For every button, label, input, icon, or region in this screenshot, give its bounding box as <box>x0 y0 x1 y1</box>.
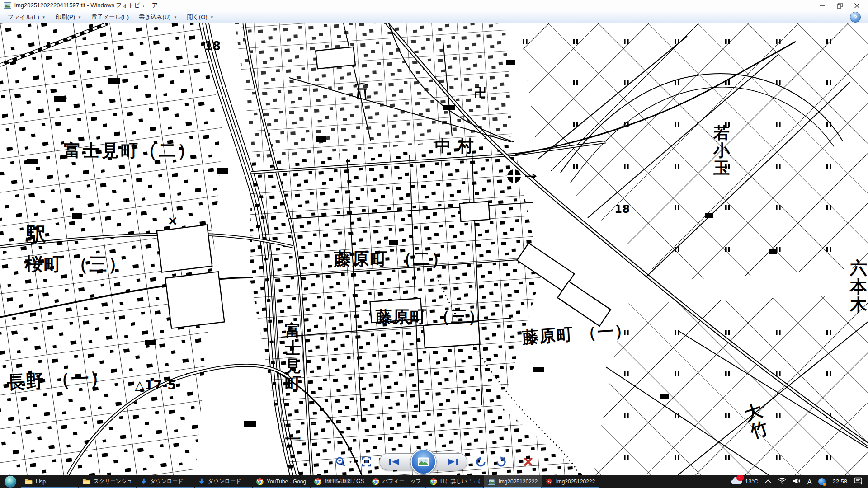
taskbar-item-8[interactable]: ITに詳しい「」にお聞 - ... <box>426 475 484 488</box>
map-label: 中村 <box>435 136 480 155</box>
chrome-icon <box>256 478 264 485</box>
topographic-map-image: 18富士見町（二）中村若小玉18駅桜町 （三）藤原町 （二）藤原町 （三）藤原町… <box>0 23 868 475</box>
delete-button[interactable] <box>522 455 534 468</box>
chevron-down-icon: ▼ <box>42 15 46 19</box>
action-center-icon[interactable] <box>854 477 862 486</box>
menu-item-2[interactable]: 印刷(P)▼ <box>51 11 86 23</box>
chevron-down-icon: ▼ <box>210 15 214 19</box>
taskbar-item-label: YouTube - Google C... <box>267 479 306 485</box>
start-button[interactable] <box>0 475 21 488</box>
taskbar-item-label: Lisp <box>36 479 75 485</box>
map-label: 18 <box>614 203 629 216</box>
map-label: 藤原町 （三） <box>375 307 486 326</box>
taskbar-item-1[interactable]: Lisp <box>21 475 79 488</box>
toolbar-separator <box>514 456 515 467</box>
menu-item-label: 書き込み(U) <box>139 13 171 21</box>
chrome-icon <box>430 478 437 485</box>
map-label: 桜町 （三） <box>24 253 127 274</box>
map-label: 藤原町 （一） <box>521 321 632 347</box>
ime-a-indicator[interactable]: A <box>807 478 811 485</box>
help-icon[interactable]: ? <box>850 12 861 23</box>
taskbar-item-label: ダウンロード <box>208 478 248 485</box>
map-label: 若小玉 <box>713 123 730 177</box>
map-label: 18 <box>204 39 221 53</box>
actual-size-button[interactable] <box>360 455 373 468</box>
chevron-up-icon[interactable] <box>765 478 771 485</box>
taskbar-item-5[interactable]: YouTube - Google C... <box>252 475 310 488</box>
next-button[interactable] <box>446 457 459 466</box>
viewer-toolbar: ▼ <box>334 449 535 474</box>
zoom-dropdown-caret: ▼ <box>349 460 353 464</box>
taskbar-item-4[interactable]: ダウンロード <box>194 475 252 488</box>
taskbar-item-3[interactable]: ダウンロード <box>137 475 194 488</box>
map-label: × <box>167 213 178 228</box>
weather-widget[interactable]: 3 13°C <box>731 477 758 486</box>
taskbar-item-6[interactable]: 地理院地図 / GSI Ma... <box>310 475 368 488</box>
taskbar-item-label: スクリーンショット <box>94 478 132 485</box>
map-label: 駅 <box>25 223 47 246</box>
globe-icon[interactable] <box>818 478 826 485</box>
menu-item-label: 電子メール(E) <box>91 13 129 21</box>
close-icon[interactable] <box>848 0 865 10</box>
taskbar-item-label: ITに詳しい「」にお聞 - ... <box>440 478 480 485</box>
chrome-icon <box>372 478 379 485</box>
chevron-down-icon: ▼ <box>174 15 177 19</box>
taskbar-item-9[interactable]: img20251202220411... <box>484 475 542 488</box>
taskbar-item-2[interactable]: スクリーンショット <box>79 475 137 488</box>
rotate-cw-button[interactable] <box>494 455 508 469</box>
photo-viewer-icon <box>488 479 495 485</box>
menu-item-3[interactable]: 電子メール(E) <box>86 11 134 23</box>
slideshow-button[interactable] <box>410 449 436 474</box>
chevron-down-icon: ▼ <box>78 15 81 19</box>
map-label: △17-5 <box>135 378 176 393</box>
map-label: 藤原町 （二） <box>333 249 449 269</box>
folder-icon <box>83 479 90 485</box>
menu-item-1[interactable]: ファイル(F)▼ <box>3 11 51 23</box>
taskbar-item-7[interactable]: パフィーニップルいい - ... <box>368 475 426 488</box>
menu-bar: ファイル(F)▼印刷(P)▼電子メール(E)書き込み(U)▼開く(O)▼ ? <box>0 11 868 23</box>
irfanview-icon <box>546 478 553 485</box>
map-label: 一 <box>285 430 301 448</box>
map-label: 六本木 <box>849 258 867 315</box>
download-arrow-icon <box>198 478 205 485</box>
taskbar-item-label: img20251202220411... <box>499 479 538 485</box>
taskbar-item-label: パフィーニップルいい - ... <box>382 478 422 485</box>
window-title: img20251202220411597.tif - Windows フォトビュ… <box>14 1 164 9</box>
temperature-label: 13°C <box>745 478 758 485</box>
download-arrow-icon <box>141 478 147 485</box>
menu-item-label: ファイル(F) <box>8 13 39 21</box>
taskbar: LispスクリーンショットダウンロードダウンロードYouTube - Googl… <box>0 475 868 488</box>
slideshow-icon <box>417 457 429 466</box>
menu-item-5[interactable]: 開く(O)▼ <box>182 11 219 23</box>
taskbar-item-label: 地理院地図 / GSI Ma... <box>325 478 364 485</box>
zoom-button[interactable]: ▼ <box>334 455 354 469</box>
rotate-ccw-button[interactable] <box>474 455 487 469</box>
map-label: 卍 <box>474 85 486 99</box>
map-label: 富士見町 <box>284 321 301 393</box>
taskbar-item-label: ダウンロード <box>150 478 190 485</box>
minimize-icon[interactable] <box>814 0 831 10</box>
system-tray: 3 13°C A 22:58 <box>731 475 868 488</box>
chrome-icon <box>314 478 321 485</box>
folder-icon <box>25 479 33 485</box>
map-label: 富士見町（二） <box>64 141 197 160</box>
notification-badge: 3 <box>736 475 744 481</box>
start-orb-icon <box>4 475 17 488</box>
taskbar-item-label: img20251202220411... <box>556 479 595 485</box>
clock[interactable]: 22:58 <box>832 478 847 485</box>
photo-viewer-app-icon <box>4 2 11 9</box>
menu-item-label: 印刷(P) <box>56 13 75 21</box>
title-bar[interactable]: img20251202220411597.tif - Windows フォトビュ… <box>0 0 868 11</box>
menu-item-label: 開く(O) <box>187 13 208 21</box>
restore-icon[interactable] <box>831 0 848 10</box>
volume-icon[interactable] <box>793 478 801 485</box>
navigation-group <box>379 453 467 470</box>
previous-button[interactable] <box>387 457 401 466</box>
photo-canvas[interactable]: 18富士見町（二）中村若小玉18駅桜町 （三）藤原町 （二）藤原町 （三）藤原町… <box>0 23 868 475</box>
menu-item-4[interactable]: 書き込み(U)▼ <box>134 11 182 23</box>
taskbar-item-10[interactable]: img20251202220411... <box>542 475 599 488</box>
wifi-icon[interactable] <box>778 478 786 485</box>
